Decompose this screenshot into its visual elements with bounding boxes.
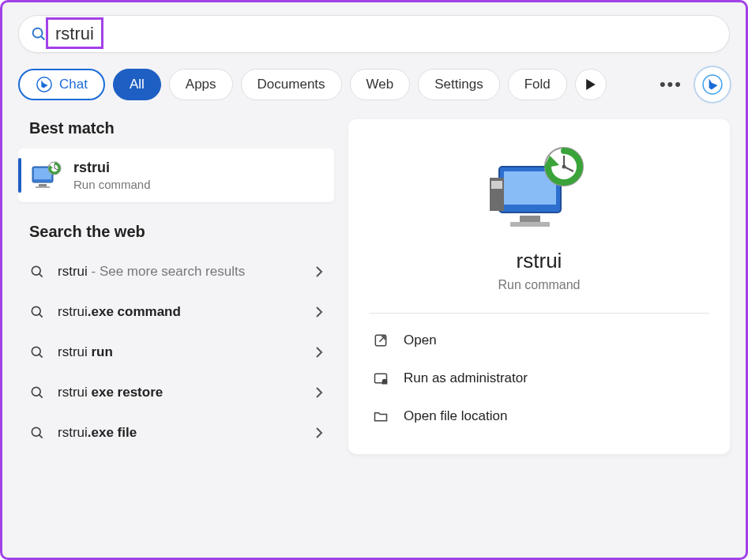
- search-bar[interactable]: rstrui: [18, 15, 730, 53]
- preview-subtitle: Run command: [348, 278, 730, 292]
- chevron-right-icon: [315, 386, 323, 399]
- bing-chat-icon: [36, 76, 53, 93]
- filter-apps[interactable]: Apps: [169, 69, 233, 100]
- svg-line-12: [39, 274, 43, 277]
- filter-all[interactable]: All: [113, 69, 161, 100]
- web-result-label: rstrui.exe file: [58, 424, 303, 442]
- chat-label: Chat: [59, 77, 88, 92]
- bing-icon: [702, 74, 723, 95]
- open-icon: [372, 333, 389, 348]
- search-icon: [29, 344, 45, 360]
- search-icon: [29, 425, 45, 441]
- admin-icon: [372, 370, 389, 386]
- web-result[interactable]: rstrui.exe file: [18, 413, 334, 453]
- action-admin[interactable]: Run as administrator: [348, 359, 730, 397]
- web-result-label: rstrui.exe command: [58, 303, 303, 321]
- svg-rect-26: [491, 181, 502, 189]
- web-result[interactable]: rstrui - See more search results: [18, 252, 334, 292]
- system-restore-large-icon: [488, 146, 591, 233]
- web-result[interactable]: rstrui exe restore: [18, 373, 334, 413]
- chat-chip[interactable]: Chat: [18, 69, 105, 100]
- action-label: Run as administrator: [404, 370, 528, 386]
- search-icon: [29, 385, 45, 400]
- windows-search-panel: rstrui Chat All Apps Documents Web Setti…: [0, 0, 748, 560]
- chevron-right-icon: [315, 346, 323, 359]
- triangle-right-icon: [585, 79, 596, 90]
- chevron-right-icon: [315, 306, 323, 318]
- web-results-list: rstrui - See more search resultsrstrui.e…: [18, 252, 334, 453]
- bing-badge[interactable]: [695, 67, 730, 102]
- actions-list: OpenRun as administratorOpen file locati…: [348, 321, 730, 435]
- svg-point-0: [33, 28, 43, 38]
- action-label: Open: [404, 333, 437, 348]
- annotation-highlight: [46, 17, 103, 49]
- chevron-right-icon: [315, 265, 323, 278]
- best-match-result[interactable]: rstrui Run command: [18, 148, 334, 202]
- filter-row: Chat All Apps Documents Web Settings Fol…: [18, 67, 730, 102]
- filter-scroll-right[interactable]: [575, 69, 607, 100]
- preview-title: rstrui: [348, 249, 730, 273]
- web-result[interactable]: rstrui run: [18, 333, 334, 373]
- svg-line-20: [39, 435, 43, 438]
- web-result-label: rstrui run: [58, 344, 303, 362]
- svg-rect-6: [39, 184, 47, 186]
- svg-line-1: [41, 36, 44, 39]
- more-options[interactable]: •••: [655, 74, 687, 95]
- svg-point-13: [32, 307, 40, 316]
- svg-line-14: [39, 314, 43, 318]
- filter-folders[interactable]: Fold: [508, 69, 567, 100]
- filter-web[interactable]: Web: [350, 69, 411, 100]
- best-match-heading: Best match: [29, 119, 334, 137]
- svg-point-15: [32, 348, 40, 356]
- divider: [369, 313, 709, 314]
- svg-point-11: [32, 267, 40, 276]
- preview-pane: rstrui Run command OpenRun as administra…: [348, 119, 730, 454]
- action-label: Open file location: [404, 408, 507, 424]
- svg-rect-7: [36, 186, 50, 188]
- svg-point-17: [32, 388, 40, 397]
- chevron-right-icon: [315, 427, 323, 439]
- web-result-label: rstrui - See more search results: [58, 263, 303, 281]
- filter-settings[interactable]: Settings: [418, 69, 499, 100]
- svg-point-19: [32, 428, 40, 437]
- action-open[interactable]: Open: [348, 321, 730, 359]
- web-result-label: rstrui exe restore: [58, 384, 303, 402]
- svg-line-18: [39, 395, 43, 398]
- best-match-subtitle: Run command: [73, 178, 151, 191]
- search-icon: [29, 264, 45, 280]
- preview-icon: [348, 138, 730, 241]
- web-result[interactable]: rstrui.exe command: [18, 292, 334, 333]
- search-icon: [29, 304, 45, 320]
- svg-line-16: [39, 355, 43, 358]
- svg-point-30: [562, 165, 566, 169]
- svg-rect-24: [510, 222, 550, 227]
- search-web-heading: Search the web: [29, 223, 334, 241]
- system-restore-icon: [31, 160, 62, 190]
- folder-icon: [372, 408, 389, 424]
- filter-documents[interactable]: Documents: [241, 69, 342, 100]
- best-match-title: rstrui: [73, 160, 151, 176]
- results-pane: Best match rstrui R: [18, 119, 334, 454]
- search-icon: [30, 25, 47, 43]
- svg-rect-23: [520, 216, 540, 222]
- action-folder[interactable]: Open file location: [348, 397, 730, 435]
